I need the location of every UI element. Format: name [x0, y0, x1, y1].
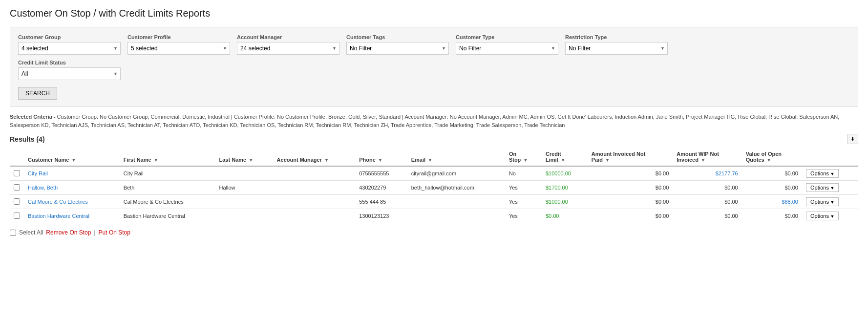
header-customer-name: Customer Name ▼ [24, 148, 120, 166]
table-header-row: Customer Name ▼ First Name ▼ Last Name ▼… [10, 148, 858, 166]
sort-icon-phone: ▼ [378, 158, 382, 163]
phone-cell: 0755555555 [355, 166, 407, 181]
amount-wip-cell: $0.00 [673, 181, 741, 195]
sort-icon-email: ▼ [428, 158, 432, 163]
credit-limit-status-filter: Credit Limit Status All [18, 60, 121, 80]
first-name-cell: Cal Moore & Co Electrics [120, 195, 215, 209]
restriction-type-filter: Restriction Type No Filter [565, 34, 668, 55]
footer-separator: | [94, 229, 95, 236]
sort-icon-on-stop: ▼ [523, 158, 528, 163]
remove-on-stop-link[interactable]: Remove On Stop [46, 229, 91, 236]
email-cell [407, 195, 505, 209]
customer-name-link[interactable]: Cal Moore & Co Electrics [28, 199, 88, 205]
email-cell: cityrail@gmail.com [407, 166, 505, 181]
credit-limit-cell: $10000.00 [542, 166, 588, 181]
results-table-container: Customer Name ▼ First Name ▼ Last Name ▼… [10, 148, 858, 223]
email-cell [407, 209, 505, 223]
results-count: Results (4) [10, 135, 45, 143]
customer-profile-label: Customer Profile [127, 34, 230, 40]
credit-limit-status-label: Credit Limit Status [18, 60, 121, 65]
sort-icon-amount-wip: ▼ [701, 158, 705, 163]
criteria-label: Selected Criteria [10, 114, 52, 120]
options-button[interactable]: Options [806, 183, 839, 192]
customer-name-link[interactable]: Bastion Hardware Central [28, 213, 89, 219]
header-credit-limit: CreditLimit ▼ [542, 148, 588, 166]
select-all-label: Select All [19, 229, 43, 236]
credit-limit-status-select[interactable]: All [18, 67, 121, 80]
amount-invoiced-cell: $0.00 [588, 195, 673, 209]
value-open-quotes-cell: $88.00 [742, 195, 802, 209]
account-manager-select-wrapper: 24 selected [237, 42, 339, 55]
on-stop-cell: Yes [505, 209, 542, 223]
account-manager-cell [273, 209, 356, 223]
header-phone: Phone ▼ [355, 148, 407, 166]
options-button[interactable]: Options [806, 212, 839, 220]
first-name-cell: City Rail [120, 166, 215, 181]
row-checkbox[interactable] [14, 198, 20, 205]
options-button[interactable]: Options [806, 169, 839, 178]
customer-profile-select[interactable]: 5 selected [127, 42, 230, 55]
header-options [802, 148, 858, 166]
credit-limit-cell: $1700.00 [542, 181, 588, 195]
on-stop-cell: No [505, 166, 542, 181]
options-button[interactable]: Options [806, 197, 839, 206]
results-header: Results (4) ⬇ [10, 134, 858, 144]
last-name-cell [215, 195, 273, 209]
value-open-quotes-cell: $0.00 [742, 166, 802, 181]
customer-type-select[interactable]: No Filter [456, 42, 558, 55]
value-open-quotes-cell: $0.00 [742, 209, 802, 223]
select-all-checkbox[interactable] [10, 230, 16, 236]
account-manager-select[interactable]: 24 selected [237, 42, 339, 55]
filter-row-2: Credit Limit Status All [18, 60, 850, 80]
last-name-cell [215, 209, 273, 223]
search-button[interactable]: SEARCH [18, 87, 57, 100]
account-manager-cell [273, 166, 356, 181]
restriction-type-select-wrapper: No Filter [565, 42, 668, 55]
account-manager-filter: Account Manager 24 selected [237, 34, 339, 55]
customer-name-link[interactable]: Hallow, Beth [28, 185, 58, 191]
first-name-cell: Beth [120, 181, 215, 195]
customer-group-select[interactable]: 4 selected [18, 42, 121, 55]
last-name-cell: Hallow [215, 181, 273, 195]
customer-name-link[interactable]: City Rail [28, 170, 48, 176]
customer-group-filter: Customer Group 4 selected [18, 34, 121, 55]
credit-limit-cell: $1000.00 [542, 195, 588, 209]
customer-tags-filter: Customer Tags No Filter [346, 34, 449, 55]
customer-group-label: Customer Group [18, 34, 121, 40]
header-on-stop: OnStop ▼ [505, 148, 542, 166]
credit-limit-status-select-wrapper: All [18, 67, 121, 80]
customer-type-label: Customer Type [456, 34, 558, 40]
filter-row-1: Customer Group 4 selected Customer Profi… [18, 34, 850, 55]
customer-type-select-wrapper: No Filter [456, 42, 558, 55]
selected-criteria: Selected Criteria - Customer Group: No C… [10, 113, 858, 129]
header-first-name: First Name ▼ [120, 148, 215, 166]
table-row: Hallow, BethBethHallow430202279beth_hall… [10, 181, 858, 195]
footer-bar: Select All Remove On Stop | Put On Stop [10, 229, 858, 236]
restriction-type-select[interactable]: No Filter [565, 42, 668, 55]
customer-group-select-wrapper: 4 selected [18, 42, 121, 55]
header-checkbox-cell [10, 148, 24, 166]
filter-section: Customer Group 4 selected Customer Profi… [10, 27, 858, 107]
first-name-cell: Bastion Hardware Central [120, 209, 215, 223]
row-checkbox[interactable] [14, 170, 20, 176]
account-manager-label: Account Manager [237, 34, 339, 40]
put-on-stop-link[interactable]: Put On Stop [99, 229, 130, 236]
results-table: Customer Name ▼ First Name ▼ Last Name ▼… [10, 148, 858, 223]
sort-icon-value-quotes: ▼ [767, 158, 771, 163]
sort-icon-account-manager: ▼ [324, 158, 329, 163]
download-button[interactable]: ⬇ [847, 134, 858, 144]
customer-tags-select[interactable]: No Filter [346, 42, 449, 55]
customer-profile-filter: Customer Profile 5 selected [127, 34, 230, 55]
credit-limit-cell: $0.00 [542, 209, 588, 223]
header-amount-wip-not-invoiced: Amount WIP NotInvoiced ▼ [673, 148, 741, 166]
row-checkbox[interactable] [14, 213, 20, 219]
on-stop-cell: Yes [505, 181, 542, 195]
amount-wip-cell: $0.00 [673, 209, 741, 223]
on-stop-cell: Yes [505, 195, 542, 209]
value-open-quotes-cell: $0.00 [742, 181, 802, 195]
customer-profile-select-wrapper: 5 selected [127, 42, 230, 55]
amount-wip-cell: $2177.76 [673, 166, 741, 181]
row-checkbox[interactable] [14, 184, 20, 191]
header-amount-invoiced-not-paid: Amount Invoiced NotPaid ▼ [588, 148, 673, 166]
sort-icon-credit-limit: ▼ [561, 158, 565, 163]
